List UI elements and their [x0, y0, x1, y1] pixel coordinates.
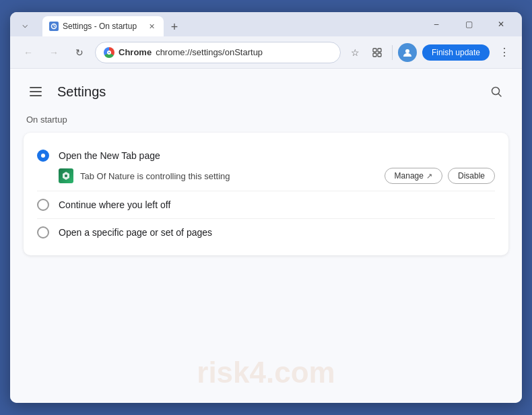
bookmark-btn[interactable]: ☆ — [346, 43, 365, 62]
option-continue-content: Continue where you left off — [59, 198, 495, 212]
settings-body: On startup Open the New Tab page Tab Of … — [10, 115, 522, 269]
svg-point-11 — [65, 174, 67, 177]
watermark-bottom: risk4.com — [197, 356, 335, 389]
external-link-icon: ↗ — [426, 172, 432, 181]
maximize-btn[interactable]: ▢ — [453, 13, 484, 35]
extension-icon — [59, 168, 73, 183]
back-btn[interactable]: ← — [18, 42, 38, 63]
disable-btn[interactable]: Disable — [448, 168, 495, 184]
reload-btn[interactable]: ↻ — [69, 42, 90, 63]
option-specific[interactable]: Open a specific page or set of pages — [37, 218, 495, 246]
address-bar: ← → ↻ Chrome chrome://settings/onStartup… — [10, 36, 522, 69]
new-tab-btn[interactable]: + — [165, 18, 184, 36]
tab-title: Settings - On startup — [63, 22, 137, 31]
hamburger-menu-btn[interactable] — [24, 79, 48, 104]
option-new-tab-content: Open the New Tab page Tab Of Nature is c… — [59, 149, 495, 184]
svg-rect-1 — [373, 49, 376, 52]
svg-rect-8 — [30, 95, 42, 96]
url-actions: ☆ — [346, 43, 387, 62]
search-settings-btn[interactable] — [484, 79, 508, 104]
option-specific-content: Open a specific page or set of pages — [59, 226, 495, 239]
radio-new-tab[interactable] — [37, 150, 49, 162]
option-continue[interactable]: Continue where you left off — [37, 191, 495, 218]
finish-update-btn[interactable]: Finish update — [422, 44, 490, 61]
window-controls: – ▢ ✕ — [421, 13, 517, 35]
title-bar: ⌵ Settings - On startup ✕ + – ▢ ✕ — [10, 12, 522, 36]
option-new-tab[interactable]: Open the New Tab page Tab Of Nature is c… — [37, 142, 495, 191]
manage-btn[interactable]: Manage ↗ — [385, 168, 442, 184]
browser-window: ⌵ Settings - On startup ✕ + – ▢ ✕ ← → ↻ — [10, 12, 522, 403]
svg-point-9 — [492, 88, 500, 95]
minimize-btn[interactable]: – — [421, 13, 452, 35]
tab-favicon — [49, 22, 59, 31]
radio-continue[interactable] — [37, 199, 49, 211]
profile-btn[interactable] — [398, 43, 417, 62]
url-text: chrome://settings/onStartup — [156, 47, 263, 57]
divider — [392, 45, 393, 60]
page-content: PC risk4.com Settings On startup — [10, 69, 522, 403]
forward-btn[interactable]: → — [44, 42, 64, 63]
on-startup-label: On startup — [24, 115, 508, 125]
settings-page-title: Settings — [57, 84, 475, 100]
startup-options-card: Open the New Tab page Tab Of Nature is c… — [24, 133, 508, 255]
tab-strip: Settings - On startup ✕ + — [37, 12, 418, 36]
tab-close-btn[interactable]: ✕ — [146, 21, 157, 32]
url-bar[interactable]: Chrome chrome://settings/onStartup — [95, 42, 341, 63]
svg-rect-6 — [30, 87, 42, 88]
radio-specific[interactable] — [37, 226, 49, 238]
svg-rect-7 — [30, 91, 42, 92]
chrome-logo-icon — [104, 47, 114, 58]
svg-rect-3 — [373, 53, 376, 57]
settings-header: Settings — [10, 69, 522, 115]
option-specific-label: Open a specific page or set of pages — [59, 226, 495, 239]
brand-name: Chrome — [119, 47, 152, 57]
tab-back-btn[interactable]: ⌵ — [15, 15, 34, 34]
option-continue-label: Continue where you left off — [59, 198, 495, 212]
option-new-tab-label: Open the New Tab page — [59, 149, 495, 162]
svg-line-10 — [499, 94, 502, 97]
svg-point-5 — [405, 49, 409, 53]
extension-puzzle-btn[interactable] — [368, 43, 387, 62]
active-tab[interactable]: Settings - On startup ✕ — [42, 16, 164, 36]
extension-label: Tab Of Nature is controlling this settin… — [80, 171, 378, 181]
browser-menu-btn[interactable]: ⋮ — [495, 43, 514, 62]
extension-actions: Manage ↗ Disable — [385, 168, 495, 184]
svg-rect-2 — [378, 49, 381, 52]
extension-row: Tab Of Nature is controlling this settin… — [59, 168, 495, 184]
svg-rect-4 — [378, 53, 381, 57]
close-btn[interactable]: ✕ — [486, 13, 517, 35]
